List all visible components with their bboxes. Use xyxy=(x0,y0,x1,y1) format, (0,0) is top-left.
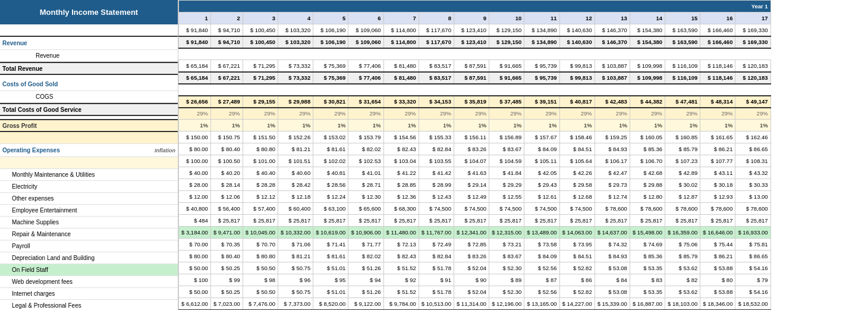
table-cell: $ 12.12 xyxy=(243,191,278,203)
table-cell: $ 25,817 xyxy=(454,215,489,227)
table-cell: $ 53.35 xyxy=(630,286,665,298)
table-cell: $ 85.79 xyxy=(665,250,700,262)
table-cell: $ 81.61 xyxy=(313,143,348,155)
table-cell: 1% xyxy=(524,120,559,131)
table-cell: $ 94,710 xyxy=(210,36,243,48)
table-cell: $ 40,817 xyxy=(559,96,595,108)
table-cell: $ 82.02 xyxy=(348,143,383,155)
table-cell: $ 56,400 xyxy=(210,203,243,215)
table-cell: $ 85.36 xyxy=(630,143,665,155)
table-cell: 29% xyxy=(735,108,770,120)
revenue-item: Revenue xyxy=(0,50,178,62)
table-cell: $ 81.61 xyxy=(313,250,348,262)
table-cell: 1% xyxy=(559,120,595,131)
table-cell: $ 52.82 xyxy=(559,286,595,298)
table-cell: $ 152.26 xyxy=(278,131,313,143)
table-cell: $ 84 xyxy=(595,274,630,286)
table-cell: 29% xyxy=(313,108,348,120)
table-cell: $ 52.56 xyxy=(524,286,559,298)
table-cell: $ 71.41 xyxy=(313,239,348,250)
table-cell: $ 50.75 xyxy=(278,262,313,274)
table-cell: $ 12.36 xyxy=(383,191,419,203)
table-cell: $ 484 xyxy=(179,215,211,227)
table-cell: $ 50.75 xyxy=(278,286,313,298)
table-cell: $ 12.00 xyxy=(179,191,211,203)
table-cell: $ 71,295 xyxy=(243,72,278,84)
table-cell: $ 11,314.00 xyxy=(454,298,489,310)
table-cell: $ 103,320 xyxy=(278,24,313,36)
table-cell: $ 80.40 xyxy=(210,250,243,262)
table-cell: $ 72.85 xyxy=(454,239,489,250)
table-cell: $ 52.30 xyxy=(489,262,524,274)
table-cell: $ 16,646.00 xyxy=(700,227,735,239)
gross-profit-row: Gross Profit xyxy=(0,119,178,132)
table-cell: $ 12.93 xyxy=(700,191,735,203)
table-cell: $ 8,520.00 xyxy=(313,298,348,310)
table-cell: $ 82.84 xyxy=(419,143,454,155)
table-cell: $ 84.93 xyxy=(595,250,630,262)
table-cell: $ 109,060 xyxy=(348,36,383,48)
table-cell: $ 100,450 xyxy=(243,24,278,36)
table-cell: $ 156.11 xyxy=(454,131,489,143)
table-cell: $ 10,513.00 xyxy=(419,298,454,310)
table-cell: $ 12.61 xyxy=(524,191,559,203)
table-cell: $ 162.46 xyxy=(735,131,770,143)
table-cell: $ 102.53 xyxy=(348,155,383,167)
table-cell: $ 14,063.00 xyxy=(559,227,595,239)
table-cell: $ 74,500 xyxy=(524,203,559,215)
table-cell: $ 40.81 xyxy=(313,167,348,179)
table-cell: $ 160.05 xyxy=(630,131,665,143)
table-cell: $ 81,480 xyxy=(383,72,419,84)
table-cell: $ 118,146 xyxy=(700,60,735,72)
table-cell: $ 31,654 xyxy=(348,96,383,108)
table-cell: $ 25,817 xyxy=(559,215,595,227)
table-cell: $ 83,517 xyxy=(419,60,454,72)
table-cell: $ 49,147 xyxy=(735,96,770,108)
table-cell: 29% xyxy=(210,108,243,120)
table-cell: $ 71.06 xyxy=(278,239,313,250)
table-cell: $ 42.05 xyxy=(524,167,559,179)
table-cell: 1% xyxy=(630,120,665,131)
table-cell: $ 155.33 xyxy=(419,131,454,143)
table-cell: $ 87,591 xyxy=(454,60,489,72)
table-cell: $ 12.24 xyxy=(313,191,348,203)
table-cell: $ 100.50 xyxy=(210,155,243,167)
table-cell: $ 12.55 xyxy=(489,191,524,203)
table-cell: $ 12.43 xyxy=(419,191,454,203)
table-cell: 1% xyxy=(313,120,348,131)
table-cell: $ 109,998 xyxy=(630,60,665,72)
table-cell: $ 95,739 xyxy=(524,72,559,84)
table-cell: $ 91,665 xyxy=(489,60,524,72)
table-cell: $ 94 xyxy=(348,274,383,286)
table-cell: $ 71.77 xyxy=(348,239,383,250)
cogs-item: COGS xyxy=(0,91,178,103)
table-cell: $ 106,190 xyxy=(313,36,348,48)
title: Monthly Income Statement xyxy=(40,8,138,17)
table-cell: 1% xyxy=(489,120,524,131)
table-cell: $ 109,998 xyxy=(630,72,665,84)
table-cell: $ 91,840 xyxy=(179,24,211,36)
table-cell: $ 52.56 xyxy=(524,262,559,274)
table-cell: $ 25,817 xyxy=(313,215,348,227)
table-cell: $ 54.16 xyxy=(735,262,770,274)
table-cell: $ 86.65 xyxy=(735,250,770,262)
table-cell: $ 106.70 xyxy=(630,155,665,167)
table-cell: $ 18,532.00 xyxy=(735,298,770,310)
op-expenses-header: Operating Expenses Inflation xyxy=(0,144,178,157)
table-cell: $ 72.13 xyxy=(383,239,419,250)
table-cell: $ 26,656 xyxy=(179,96,211,108)
table-cell: $ 10,332.00 xyxy=(278,227,313,239)
table-cell: $ 99 xyxy=(210,274,243,286)
table-cell: $ 78,600 xyxy=(595,203,630,215)
table-cell: $ 16,359.00 xyxy=(665,227,700,239)
table-cell: $ 85.79 xyxy=(665,143,700,155)
table-cell: $ 47,481 xyxy=(665,96,700,108)
table-cell: $ 28.00 xyxy=(179,179,211,191)
table-cell: $ 78,600 xyxy=(700,203,735,215)
table-cell: $ 65,184 xyxy=(179,60,211,72)
table-cell: $ 63,100 xyxy=(313,203,348,215)
table-cell: $ 99,813 xyxy=(559,72,595,84)
table-cell: $ 41.63 xyxy=(454,167,489,179)
table-cell: $ 100 xyxy=(179,274,211,286)
table-cell: $ 67,221 xyxy=(210,60,243,72)
